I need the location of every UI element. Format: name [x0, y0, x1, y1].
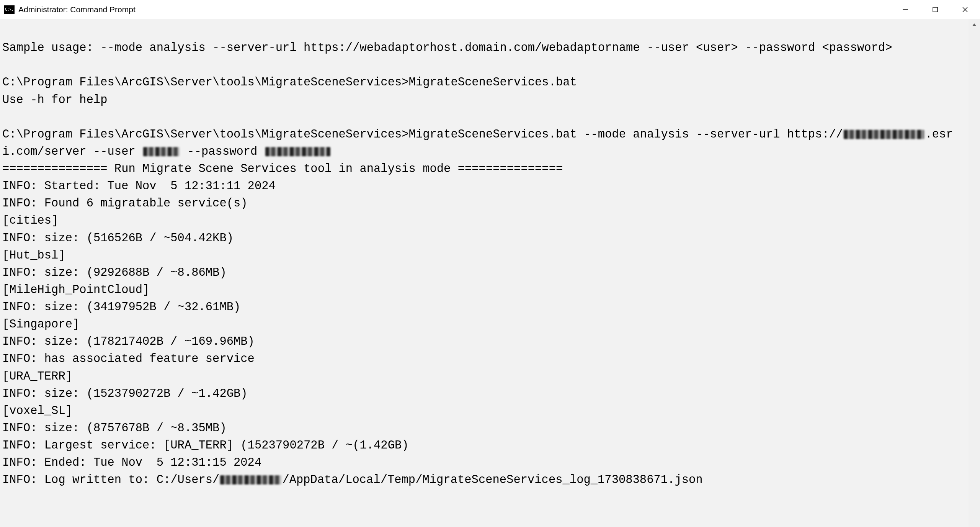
svg-marker-4	[972, 23, 976, 26]
scroll-up-button[interactable]	[969, 19, 980, 31]
service-1-size: INFO: size: (9292688B / ~8.86MB)	[2, 266, 227, 279]
terminal-output[interactable]: Sample usage: --mode analysis --server-u…	[0, 19, 969, 527]
info-log-prefix: INFO: Log written to: C:/Users/	[2, 473, 219, 486]
prompt-1-cmd: MigrateSceneServices.bat	[409, 76, 577, 89]
redacted-password	[265, 147, 330, 156]
service-3-extra: INFO: has associated feature service	[2, 352, 255, 365]
service-0-name: [cities]	[2, 214, 58, 227]
service-4-name: [URA_TERR]	[2, 370, 72, 383]
service-5-size: INFO: size: (8757678B / ~8.35MB)	[2, 422, 227, 435]
sample-usage-line: Sample usage: --mode analysis --server-u…	[2, 41, 892, 54]
redacted-host	[844, 130, 924, 139]
close-button[interactable]	[950, 0, 980, 19]
service-3-name: [Singapore]	[2, 318, 79, 331]
prompt-2-cmd-prefix: MigrateSceneServices.bat --mode analysis…	[409, 128, 843, 141]
info-found: INFO: Found 6 migratable service(s)	[2, 197, 248, 210]
info-log-suffix: /AppData/Local/Temp/MigrateSceneServices…	[282, 473, 702, 486]
service-5-name: [voxel_SL]	[2, 404, 72, 417]
info-ended: INFO: Ended: Tue Nov 5 12:31:15 2024	[2, 456, 261, 469]
cmd-icon: C:\.	[4, 5, 15, 14]
prompt-2-pw-prefix: --password	[180, 145, 265, 158]
minimize-button[interactable]	[890, 0, 920, 19]
redacted-user	[143, 147, 180, 156]
service-1-name: [Hut_bsl]	[2, 249, 65, 262]
service-0-size: INFO: size: (516526B / ~504.42KB)	[2, 232, 234, 245]
scrollbar[interactable]	[969, 19, 980, 527]
help-hint: Use -h for help	[2, 93, 108, 106]
window-title: Administrator: Command Prompt	[18, 5, 136, 14]
redacted-username-path	[220, 475, 281, 484]
titlebar: C:\. Administrator: Command Prompt	[0, 0, 980, 19]
service-2-name: [MileHigh_PointCloud]	[2, 283, 149, 296]
service-4-size: INFO: size: (1523790272B / ~1.42GB)	[2, 387, 248, 400]
info-largest: INFO: Largest service: [URA_TERR] (15237…	[2, 439, 409, 452]
info-started: INFO: Started: Tue Nov 5 12:31:11 2024	[2, 180, 276, 193]
service-2-size: INFO: size: (34197952B / ~32.61MB)	[2, 301, 240, 314]
maximize-button[interactable]	[920, 0, 950, 19]
service-3-size: INFO: size: (178217402B / ~169.96MB)	[2, 335, 255, 348]
prompt-1-path: C:\Program Files\ArcGIS\Server\tools\Mig…	[2, 76, 409, 89]
terminal-area: Sample usage: --mode analysis --server-u…	[0, 19, 980, 527]
prompt-2-path: C:\Program Files\ArcGIS\Server\tools\Mig…	[2, 128, 409, 141]
svg-rect-1	[933, 7, 938, 12]
window-controls	[890, 0, 980, 19]
divider-line: =============== Run Migrate Scene Servic…	[2, 162, 563, 175]
